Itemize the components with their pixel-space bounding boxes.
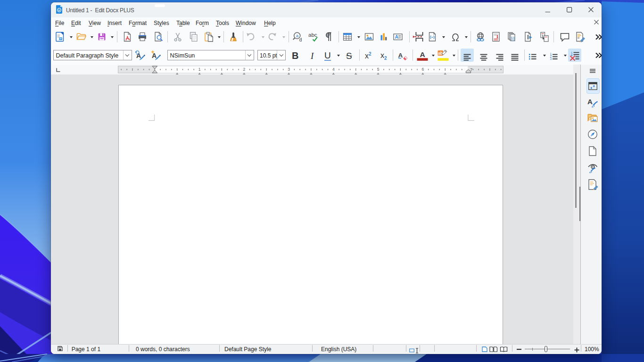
- svg-text:abc: abc: [308, 32, 317, 38]
- svg-text:4: 4: [332, 67, 335, 72]
- svg-text:2: 2: [243, 67, 245, 72]
- svg-text:5: 5: [377, 67, 380, 72]
- svg-text:A: A: [398, 52, 403, 59]
- svg-text:6: 6: [421, 67, 424, 72]
- svg-text:d: d: [299, 37, 302, 42]
- svg-text:A: A: [420, 50, 425, 58]
- svg-text:1: 1: [571, 51, 573, 55]
- svg-text:A: A: [395, 34, 398, 40]
- svg-text:3: 3: [550, 57, 552, 60]
- svg-text:[i]: [i]: [511, 36, 514, 41]
- svg-text:A: A: [587, 98, 593, 106]
- svg-text:1: 1: [198, 67, 201, 72]
- svg-text:3: 3: [288, 67, 290, 72]
- svg-text:a: a: [296, 33, 299, 38]
- svg-text:A: A: [136, 52, 141, 59]
- svg-text:1: 1: [496, 34, 498, 39]
